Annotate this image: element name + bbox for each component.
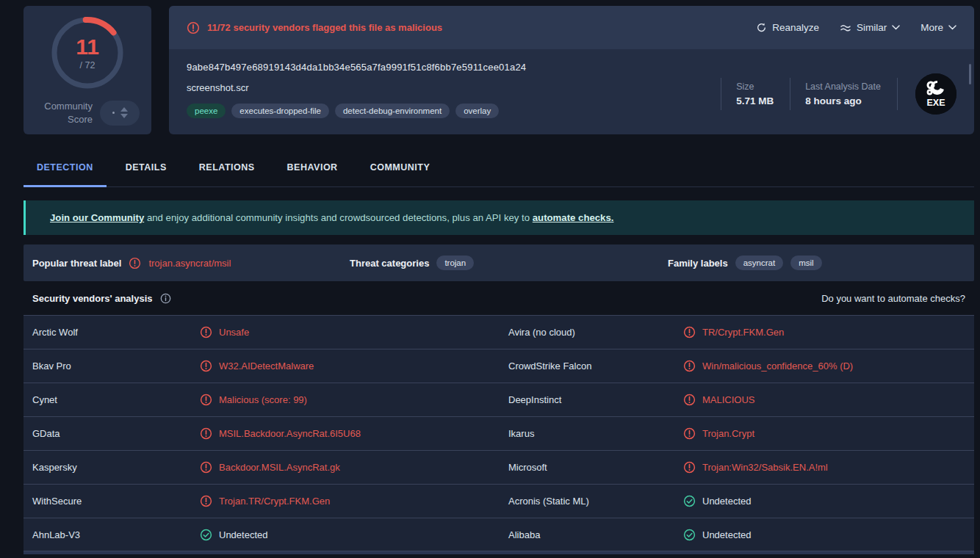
chevron-down-icon [948,25,956,30]
vendor-name: Kaspersky [32,462,200,473]
vendor-analysis-table: Arctic WolfUnsafeAvira (no cloud)TR/Cryp… [24,315,974,551]
exe-icon: EXE [915,73,956,115]
detection-result: Win/malicious_confidence_60% (D) [683,360,965,372]
similar-label: Similar [857,22,887,33]
alert-icon [200,360,212,372]
family-labels-label: Family labels [668,258,728,269]
file-summary-card: 11/72 security vendors flagged this file… [169,6,974,134]
similar-button[interactable]: Similar [840,22,900,33]
automate-checks-prompt[interactable]: Do you want to automate checks? [821,293,965,304]
check-circle-icon [200,529,212,541]
tab-details[interactable]: DETAILS [112,148,180,186]
header-area: 11 / 72 Community Score [24,6,974,134]
automate-checks-link[interactable]: automate checks. [533,212,614,223]
analysis-title-text: Security vendors' analysis [32,293,153,304]
alert-icon [200,394,212,406]
scrollbar-thumb[interactable] [969,64,971,84]
size-value: 5.71 MB [736,95,774,106]
vote-down-icon[interactable] [120,114,128,118]
detection-total: / 72 [80,60,96,70]
detection-result: Undetected [683,529,965,541]
tab-relations[interactable]: RELATIONS [186,148,268,186]
detection-result: MALICIOUS [683,394,965,406]
detection-score: 11 [76,36,99,58]
detection-result: W32.AIDetectMalware [200,360,508,372]
vendor-table-row: CynetMalicious (score: 99)DeepInstinctMA… [24,383,974,416]
reanalyze-label: Reanalyze [772,22,819,33]
vote-dot-icon [112,112,115,114]
detection-result: Unsafe [200,326,508,338]
community-banner: Join our Community and enjoy additional … [24,200,974,235]
vendor-name: Ikarus [508,428,683,439]
join-community-link[interactable]: Join our Community [50,212,144,223]
alert-icon [200,326,212,338]
vendor-name: Acronis (Static ML) [508,496,683,507]
vendor-table-row: GDataMSIL.Backdoor.AsyncRat.6I5U68Ikarus… [24,416,974,450]
alert-icon [187,21,200,35]
family-label-pill[interactable]: msil [790,256,821,270]
family-pills: asyncratmsil [735,256,822,270]
popular-threat-value[interactable]: trojan.asyncrat/msil [148,258,231,269]
detection-result-text: Unsafe [219,327,249,338]
detection-result-text: Malicious (score: 99) [219,394,307,405]
tab-behavior[interactable]: BEHAVIOR [274,148,351,186]
more-label: More [920,22,943,33]
detection-result-text: Undetected [702,496,752,507]
tab-detection[interactable]: DETECTION [24,148,107,186]
score-card: 11 / 72 Community Score [24,6,151,134]
vendor-name: GData [32,428,200,439]
vendor-name: WithSecure [32,496,200,507]
community-score-label: Community Score [35,100,93,126]
file-size-meta: Size 5.71 MB [721,78,790,110]
tab-community[interactable]: COMMUNITY [357,148,444,186]
check-circle-icon [683,529,696,541]
vendor-name: Bkav Pro [32,360,200,372]
detection-result: Undetected [200,529,508,541]
vendor-name: Avira (no cloud) [508,327,683,338]
threat-categories-label: Threat categories [350,258,429,269]
alert-icon [683,394,696,406]
vendor-name: AhnLab-V3 [32,529,200,540]
vote-up-icon[interactable] [120,107,128,112]
detection-result-text: MALICIOUS [702,394,755,405]
family-label-pill[interactable]: asyncrat [735,256,783,270]
alert-icon [129,257,141,269]
detection-result-text: MSIL.Backdoor.AsyncRat.6I5U68 [219,428,361,439]
detection-result: Backdoor.MSIL.AsyncRat.gk [200,461,508,474]
partial-next-row [24,551,974,554]
detection-result: Undetected [683,495,965,507]
alert-icon [200,495,212,507]
info-icon[interactable] [160,293,171,304]
reanalyze-button[interactable]: Reanalyze [756,22,819,33]
vendor-table-row: Bkav ProW32.AIDetectMalwareCrowdStrike F… [24,349,974,383]
last-analysis-meta: Last Analysis Date 8 hours ago [790,78,897,110]
threat-category-pills: trojan [436,256,474,270]
last-analysis-label: Last Analysis Date [805,81,881,92]
detection-result-text: Undetected [219,529,268,540]
file-tag[interactable]: executes-dropped-file [231,104,329,118]
file-type-badge: EXE [915,73,956,115]
similar-icon [840,23,851,33]
detection-result: Malicious (score: 99) [200,394,508,406]
alert-icon [200,461,212,474]
check-circle-icon [683,495,696,507]
alert-icon [683,360,696,372]
detection-result-text: Trojan.TR/Crypt.FKM.Gen [219,496,330,507]
size-label: Size [736,81,774,92]
detection-result-text: Backdoor.MSIL.AsyncRat.gk [219,462,340,473]
last-analysis-value: 8 hours ago [805,95,881,106]
banner-text: and enjoy additional community insights … [144,212,533,223]
file-tag[interactable]: detect-debug-environment [335,104,450,118]
community-vote-widget[interactable] [100,101,140,126]
vendor-table-row: AhnLab-V3UndetectedAlibabaUndetected [24,518,974,551]
threat-category-pill[interactable]: trojan [436,256,474,270]
alert-icon [683,427,696,440]
svg-text:EXE: EXE [926,98,945,108]
more-button[interactable]: More [920,22,956,33]
file-tags: peexeexecutes-dropped-filedetect-debug-e… [187,104,721,118]
file-name: screenshot.scr [187,82,721,93]
detection-result-text: W32.AIDetectMalware [219,360,314,372]
file-tag[interactable]: peexe [187,104,226,118]
tab-bar: DETECTIONDETAILSRELATIONSBEHAVIORCOMMUNI… [24,148,974,187]
file-tag[interactable]: overlay [455,104,499,118]
